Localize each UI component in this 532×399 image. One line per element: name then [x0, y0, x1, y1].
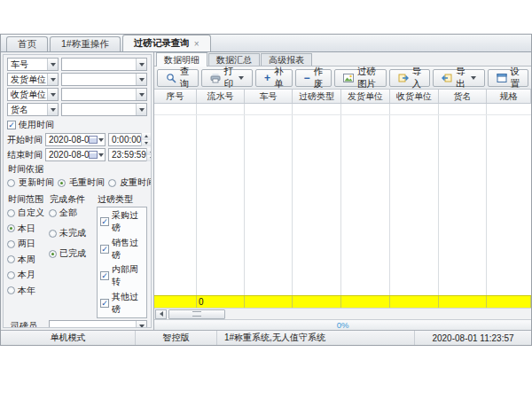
export-button[interactable]: 导出 [433, 69, 485, 87]
column-header-vehicle[interactable]: 车号 [245, 90, 293, 103]
chevron-down-icon[interactable] [47, 74, 58, 85]
import-button-label: 导入 [412, 66, 422, 90]
goods-field-select[interactable]: 货名 [7, 103, 59, 116]
chevron-down-icon[interactable] [136, 321, 146, 329]
column-header-index[interactable]: 序号 [154, 90, 197, 103]
start-time-row: 开始时间 2020-08-01 0:00:00 [7, 133, 147, 146]
weigh-photo-button[interactable]: 过磅图片 [334, 69, 386, 87]
start-date-value: 2020-08-01 [49, 135, 89, 145]
spinner-arrows-icon[interactable] [146, 148, 152, 161]
end-date-picker[interactable]: 2020-08-01 [45, 148, 106, 161]
radio-this-month[interactable] [7, 271, 15, 279]
checkbox-internal-transfer-label: 内部周转 [112, 263, 144, 288]
radio-unfinished[interactable] [49, 230, 57, 238]
grid-header-row: 序号 流水号 车号 过磅类型 发货单位 收货单位 货名 规格 [154, 90, 531, 104]
vehicle-field-select[interactable]: 车号 [7, 58, 59, 71]
receiver-value-combobox[interactable] [61, 88, 147, 101]
radio-finished[interactable] [49, 250, 57, 258]
column-header-spec[interactable]: 规格 [487, 90, 531, 103]
time-range-label: 时间范围 [8, 193, 49, 206]
checkbox-purchase-weigh[interactable]: ✓ [100, 217, 109, 226]
vehicle-value-combobox[interactable] [61, 58, 147, 71]
tab-data-summary-label: 数据汇总 [216, 54, 252, 66]
end-time-spinner[interactable]: 23:59:59 [108, 148, 152, 161]
status-bar: 单机模式 智控版 1#称重系统,无人值守系统 2020-08-01 11:23:… [1, 330, 531, 345]
void-button[interactable]: − 作废 [295, 69, 332, 87]
chevron-down-icon[interactable] [136, 59, 146, 70]
scrollbar-thumb[interactable] [168, 309, 225, 319]
horizontal-scrollbar[interactable] [154, 308, 531, 319]
chevron-down-icon[interactable] [471, 76, 476, 80]
chevron-down-icon[interactable] [136, 89, 146, 100]
radio-custom-range-label: 自定义 [18, 207, 44, 219]
spinner-arrows-icon[interactable] [141, 133, 151, 146]
radio-gross-time[interactable] [58, 179, 66, 187]
progress-text: 0% [337, 320, 349, 330]
use-time-label: 使用时间 [19, 119, 54, 131]
query-button[interactable]: 查询 [157, 69, 199, 87]
column-header-shipper[interactable]: 发货单位 [341, 90, 390, 103]
tab-data-summary[interactable]: 数据汇总 [208, 53, 260, 66]
radio-update-time[interactable] [7, 179, 15, 187]
vehicle-field-label: 车号 [11, 59, 28, 71]
radio-custom-range[interactable] [7, 209, 15, 217]
tab-advanced-report[interactable]: 高级报表 [261, 53, 312, 66]
radio-two-days[interactable] [7, 240, 15, 248]
column-header-serial[interactable]: 流水号 [197, 90, 245, 103]
filter-row-receiver: 收货单位 [7, 88, 147, 101]
end-date-value: 2020-08-01 [49, 150, 89, 160]
document-tabbar: 首页 1#称重操作 过磅记录查询 × [1, 35, 531, 52]
use-time-checkbox[interactable]: ✓ [7, 121, 16, 129]
radio-update-time-label: 更新时间 [19, 176, 54, 189]
chevron-down-icon[interactable] [47, 59, 58, 70]
settings-button[interactable]: 设置 [488, 69, 529, 87]
import-button[interactable]: 导入 [389, 69, 431, 87]
chevron-down-icon[interactable] [136, 74, 146, 85]
chevron-down-icon[interactable] [47, 89, 58, 100]
chevron-down-icon[interactable] [98, 134, 105, 145]
start-time-spinner[interactable]: 0:00:00 [108, 133, 152, 146]
shipper-field-select[interactable]: 发货单位 [7, 73, 59, 86]
column-header-goods[interactable]: 货名 [439, 90, 487, 103]
calendar-icon[interactable] [89, 151, 98, 159]
filter-row-vehicle: 车号 [7, 58, 147, 71]
radio-today[interactable] [7, 224, 15, 232]
tab-weigh-operation[interactable]: 1#称重操作 [50, 36, 121, 51]
radio-this-year[interactable] [7, 286, 15, 294]
print-button[interactable]: 打印 [201, 69, 254, 87]
chevron-down-icon[interactable] [239, 76, 244, 80]
radio-all[interactable] [49, 209, 57, 217]
receiver-field-select[interactable]: 收货单位 [7, 88, 59, 101]
chevron-down-icon[interactable] [47, 104, 58, 115]
weigher-combobox[interactable] [49, 320, 147, 329]
goods-value-combobox[interactable] [61, 103, 147, 116]
radio-this-week[interactable] [7, 255, 15, 263]
start-time-label: 开始时间 [7, 134, 43, 146]
search-icon [166, 73, 176, 83]
column-header-receiver[interactable]: 收货单位 [390, 90, 439, 103]
close-icon[interactable]: × [194, 39, 200, 49]
start-date-picker[interactable]: 2020-08-01 [45, 133, 106, 146]
tab-weigh-operation-label: 1#称重操作 [61, 38, 109, 51]
radio-tare-time[interactable] [108, 179, 116, 187]
weigher-label: 司磅员 [7, 320, 46, 328]
chevron-down-icon[interactable] [136, 104, 146, 115]
results-panel: 数据明细 数据汇总 高级报表 查询 打印 + 补单 [154, 52, 531, 330]
tab-weigh-record-query[interactable]: 过磅记录查询 × [122, 35, 211, 51]
grid-body[interactable] [154, 115, 531, 295]
results-tabbar: 数据明细 数据汇总 高级报表 [154, 52, 531, 66]
supplement-order-button[interactable]: + 补单 [255, 69, 293, 87]
calendar-icon[interactable] [89, 136, 98, 144]
tab-home[interactable]: 首页 [6, 36, 48, 51]
column-header-weigh-type[interactable]: 过磅类型 [293, 90, 341, 103]
summary-count-cell: 0 [197, 296, 245, 308]
chevron-down-icon[interactable] [98, 149, 105, 160]
import-icon [398, 73, 409, 83]
scroll-left-icon[interactable] [155, 309, 167, 319]
end-time-value: 23:59:59 [112, 150, 146, 160]
checkbox-internal-transfer[interactable]: ✓ [100, 271, 109, 280]
checkbox-other-weigh[interactable]: ✓ [100, 299, 109, 308]
shipper-value-combobox[interactable] [61, 73, 147, 86]
checkbox-sale-weigh[interactable]: ✓ [100, 245, 109, 254]
radio-this-month-label: 本月 [18, 269, 35, 281]
